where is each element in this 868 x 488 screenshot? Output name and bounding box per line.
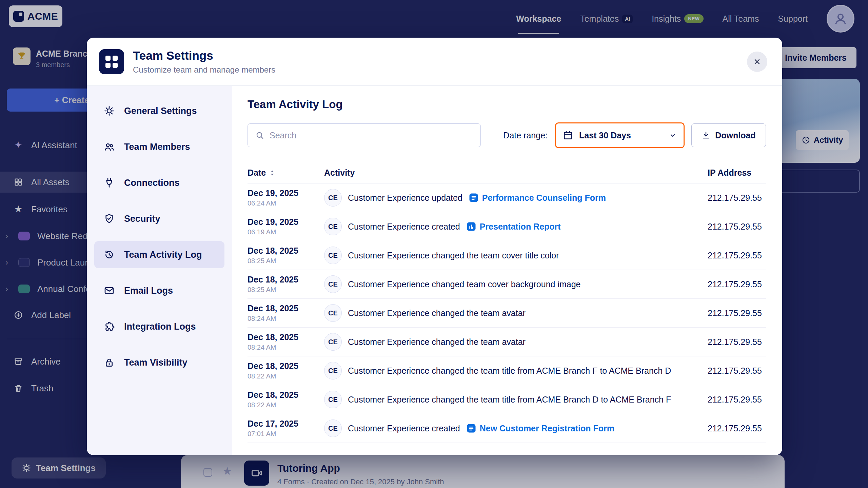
page-title: Team Activity Log [248,98,766,111]
menu-general-settings[interactable]: General Settings [94,97,224,124]
search-input[interactable] [270,131,480,140]
activity-cell: CECustomer Experience changed team cover… [324,275,708,293]
activity-link[interactable]: New Customer Registration Form [466,423,614,433]
activity-date: Dec 18, 2025 [248,361,324,371]
date-cell: Dec 18, 202508:22 AM [248,390,324,409]
sidebar-divider [7,339,87,339]
label-color-swatch [18,285,30,293]
report-icon [466,221,476,232]
puzzle-icon [103,321,115,332]
plug-icon [103,177,115,188]
date-cell: Dec 17, 202507:01 AM [248,419,324,438]
date-cell: Dec 18, 202508:22 AM [248,361,324,380]
table-row: Dec 18, 202508:22 AMCECustomer Experienc… [248,385,766,414]
asset-card[interactable]: ★ Tutoring App 4 Forms · Created on Dec … [181,455,785,488]
activity-ip: 212.175.29.55 [708,424,766,433]
activity-time: 08:25 AM [248,286,324,294]
asset-title: Tutoring App [277,463,340,474]
activity-date: Dec 19, 2025 [248,217,324,227]
acme-logo[interactable]: ACME [9,5,62,27]
nav-workspace[interactable]: Workspace [516,14,561,24]
asset-subtitle: 4 Forms · Created on Dec 15, 2025 by Joh… [277,477,444,486]
close-button[interactable] [747,52,767,72]
acme-logo-text: ACME [27,11,58,22]
activity-link[interactable]: Presentation Report [466,221,561,232]
date-range-dropdown[interactable]: Last 30 Days [555,122,685,148]
activity-time: 06:24 AM [248,199,324,207]
activity-cell: CECustomer Experience createdPresentatio… [324,218,708,235]
gear-icon [103,105,115,116]
favorite-star-icon[interactable]: ★ [222,465,232,477]
modal-subtitle: Customize team and manage members [133,65,275,75]
nav-insights[interactable]: Insights NEW [652,14,703,24]
date-cell: Dec 18, 202508:24 AM [248,332,324,351]
date-cell: Dec 18, 202508:25 AM [248,246,324,265]
table-row: Dec 18, 202508:25 AMCECustomer Experienc… [248,270,766,299]
date-cell: Dec 19, 202506:24 AM [248,188,324,207]
menu-integration-logs[interactable]: Integration Logs [94,313,224,340]
actor-avatar: CE [324,391,342,408]
menu-connections[interactable]: Connections [94,169,224,196]
close-icon [753,57,762,66]
download-icon [702,131,710,140]
label-color-swatch [18,232,30,240]
actor-avatar: CE [324,189,342,207]
date-cell: Dec 18, 202508:25 AM [248,275,324,294]
trash-icon [13,384,24,393]
column-header-date[interactable]: Date [248,168,324,178]
search-box [248,123,481,147]
table-header: Date Activity IP Address [248,162,766,183]
menu-team-visibility[interactable]: Team Visibility [94,349,224,376]
table-row: Dec 18, 202508:24 AMCECustomer Experienc… [248,328,766,356]
nav-all-teams[interactable]: All Teams [723,14,759,24]
download-button[interactable]: Download [691,123,766,147]
activity-time: 08:24 AM [248,344,324,351]
activity-cell: CECustomer Experience changed the team a… [324,304,708,322]
menu-team-members[interactable]: Team Members [94,133,224,160]
lock-icon [103,357,115,368]
form-icon [469,193,479,203]
nav-templates[interactable]: Templates AI [580,14,633,24]
activity-ip: 212.175.29.55 [708,308,766,318]
date-range-label: Date range: [503,131,548,140]
date-cell: Dec 19, 202506:19 AM [248,217,324,236]
activity-time: 08:24 AM [248,315,324,323]
modal-title: Team Settings [133,49,275,62]
menu-email-logs[interactable]: Email Logs [94,277,224,304]
menu-team-activity-log[interactable]: Team Activity Log [94,241,224,268]
activity-text: Customer Experience changed the team ava… [348,337,526,347]
person-icon [833,11,848,26]
activity-cell: CECustomer Experience changed the team t… [324,391,708,408]
asset-checkbox[interactable] [203,468,212,477]
menu-security[interactable]: Security [94,205,224,232]
activity-date: Dec 18, 2025 [248,275,324,285]
video-icon [250,467,263,480]
user-avatar[interactable] [827,5,854,33]
activity-button[interactable]: Activity [796,130,849,150]
activity-cell: CECustomer Experience changed the team a… [324,333,708,351]
table-row: Dec 19, 202506:24 AMCECustomer Experienc… [248,183,766,212]
activity-date: Dec 19, 2025 [248,188,324,198]
activity-date: Dec 17, 2025 [248,419,324,429]
people-icon [103,141,115,152]
new-badge: NEW [684,14,703,23]
nav-support[interactable]: Support [778,14,808,24]
activity-cell: CECustomer Experience updatedPerformance… [324,189,708,207]
chevron-right-icon: › [5,231,11,241]
activity-table: Date Activity IP Address Dec 19, 202506:… [248,162,766,443]
invite-members-button[interactable]: Invite Members [775,47,856,68]
activity-text: Customer Experience created [348,222,460,232]
activity-ip: 212.175.29.55 [708,395,766,405]
activity-history-icon [103,249,115,260]
acme-logo-icon [13,11,24,22]
team-settings-button[interactable]: Team Settings [12,457,106,479]
actor-avatar: CE [324,419,342,437]
activity-link[interactable]: Performance Counseling Form [469,193,606,203]
search-icon [255,131,264,140]
activity-date: Dec 18, 2025 [248,304,324,313]
activity-table-body: Dec 19, 202506:24 AMCECustomer Experienc… [248,183,766,443]
activity-date: Dec 18, 2025 [248,332,324,342]
activity-time: 07:01 AM [248,430,324,438]
controls-row: Date range: Last 30 Days Download [248,122,766,148]
asset-thumbnail [244,461,269,486]
